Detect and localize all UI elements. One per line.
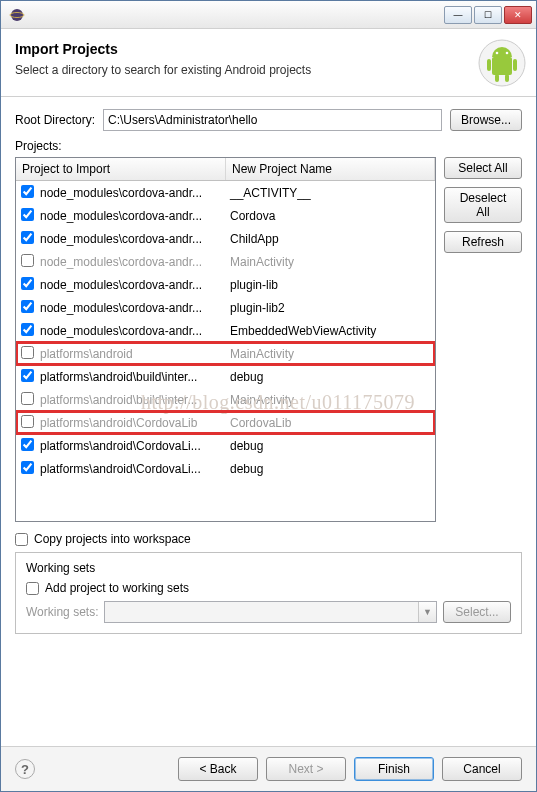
add-to-working-sets-checkbox[interactable] [26,582,39,595]
table-row[interactable]: platforms\android\CordovaLi...debug [16,457,435,480]
project-name: Cordova [226,209,435,223]
table-row[interactable]: node_modules\cordova-andr...Cordova [16,204,435,227]
chevron-down-icon: ▼ [418,602,436,622]
project-path: node_modules\cordova-andr... [38,186,226,200]
svg-rect-3 [492,57,512,75]
project-path: node_modules\cordova-andr... [38,255,226,269]
page-title: Import Projects [15,41,522,57]
project-path: node_modules\cordova-andr... [38,278,226,292]
project-path: node_modules\cordova-andr... [38,324,226,338]
project-name: MainActivity [226,255,435,269]
projects-label: Projects: [15,139,522,153]
minimize-button[interactable]: — [444,6,472,24]
project-checkbox[interactable] [21,208,34,221]
dialog-header: Import Projects Select a directory to se… [1,29,536,97]
working-sets-legend: Working sets [22,561,99,575]
add-to-working-sets-label[interactable]: Add project to working sets [45,581,189,595]
project-name: MainActivity [226,347,435,361]
svg-point-8 [496,52,499,55]
table-header: Project to Import New Project Name [16,158,435,181]
select-all-button[interactable]: Select All [444,157,522,179]
table-row[interactable]: node_modules\cordova-andr...__ACTIVITY__ [16,181,435,204]
cancel-button[interactable]: Cancel [442,757,522,781]
project-checkbox[interactable] [21,392,34,405]
select-working-sets-button: Select... [443,601,511,623]
svg-rect-7 [505,74,509,82]
project-name: debug [226,370,435,384]
page-subtitle: Select a directory to search for existin… [15,63,522,77]
eclipse-icon [9,7,25,23]
table-row[interactable]: platforms\androidMainActivity [16,342,435,365]
table-row[interactable]: node_modules\cordova-andr...EmbeddedWebV… [16,319,435,342]
project-checkbox[interactable] [21,461,34,474]
table-row[interactable]: node_modules\cordova-andr...ChildApp [16,227,435,250]
project-path: node_modules\cordova-andr... [38,232,226,246]
project-checkbox[interactable] [21,346,34,359]
project-path: platforms\android\CordovaLi... [38,462,226,476]
project-name: plugin-lib2 [226,301,435,315]
dialog-footer: ? < Back Next > Finish Cancel [1,746,536,791]
project-name: debug [226,439,435,453]
svg-point-9 [506,52,509,55]
copy-into-workspace-label[interactable]: Copy projects into workspace [34,532,191,546]
project-path: platforms\android\build\inter... [38,393,226,407]
table-row[interactable]: platforms\android\CordovaLi...debug [16,434,435,457]
projects-table: Project to Import New Project Name node_… [15,157,436,522]
svg-rect-4 [487,59,491,71]
android-icon [478,39,526,87]
close-button[interactable]: ✕ [504,6,532,24]
working-sets-group: Working sets Add project to working sets… [15,552,522,634]
project-name: ChildApp [226,232,435,246]
titlebar: — ☐ ✕ [1,1,536,29]
project-name: CordovaLib [226,416,435,430]
project-checkbox[interactable] [21,415,34,428]
project-name: plugin-lib [226,278,435,292]
project-path: node_modules\cordova-andr... [38,301,226,315]
table-row[interactable]: platforms\android\build\inter...debug [16,365,435,388]
working-sets-combo: ▼ [104,601,437,623]
project-checkbox[interactable] [21,369,34,382]
next-button: Next > [266,757,346,781]
browse-button[interactable]: Browse... [450,109,522,131]
project-name: EmbeddedWebViewActivity [226,324,435,338]
project-checkbox[interactable] [21,185,34,198]
project-name: __ACTIVITY__ [226,186,435,200]
project-path: platforms\android\CordovaLi... [38,439,226,453]
table-body[interactable]: node_modules\cordova-andr...__ACTIVITY__… [16,181,435,521]
project-path: platforms\android [38,347,226,361]
project-checkbox[interactable] [21,300,34,313]
project-checkbox[interactable] [21,231,34,244]
column-new-project-name[interactable]: New Project Name [226,158,435,180]
svg-rect-6 [495,74,499,82]
back-button[interactable]: < Back [178,757,258,781]
project-checkbox[interactable] [21,323,34,336]
refresh-button[interactable]: Refresh [444,231,522,253]
svg-point-0 [11,9,23,21]
root-directory-label: Root Directory: [15,113,95,127]
table-row[interactable]: platforms\android\CordovaLibCordovaLib [16,411,435,434]
deselect-all-button[interactable]: Deselect All [444,187,522,223]
dialog-content: Root Directory: Browse... Projects: Proj… [1,97,536,646]
project-path: platforms\android\CordovaLib [38,416,226,430]
help-icon[interactable]: ? [15,759,35,779]
project-checkbox[interactable] [21,254,34,267]
project-name: debug [226,462,435,476]
finish-button[interactable]: Finish [354,757,434,781]
working-sets-combo-label: Working sets: [26,605,98,619]
project-checkbox[interactable] [21,277,34,290]
table-row[interactable]: node_modules\cordova-andr...plugin-lib [16,273,435,296]
maximize-button[interactable]: ☐ [474,6,502,24]
table-row[interactable]: platforms\android\build\inter...MainActi… [16,388,435,411]
project-path: node_modules\cordova-andr... [38,209,226,223]
table-row[interactable]: node_modules\cordova-andr...MainActivity [16,250,435,273]
column-project-to-import[interactable]: Project to Import [16,158,226,180]
project-name: MainActivity [226,393,435,407]
table-row[interactable]: node_modules\cordova-andr...plugin-lib2 [16,296,435,319]
svg-rect-5 [513,59,517,71]
copy-into-workspace-checkbox[interactable] [15,533,28,546]
project-checkbox[interactable] [21,438,34,451]
root-directory-input[interactable] [103,109,442,131]
project-path: platforms\android\build\inter... [38,370,226,384]
import-projects-dialog: — ☐ ✕ Import Projects Select a directory… [0,0,537,792]
